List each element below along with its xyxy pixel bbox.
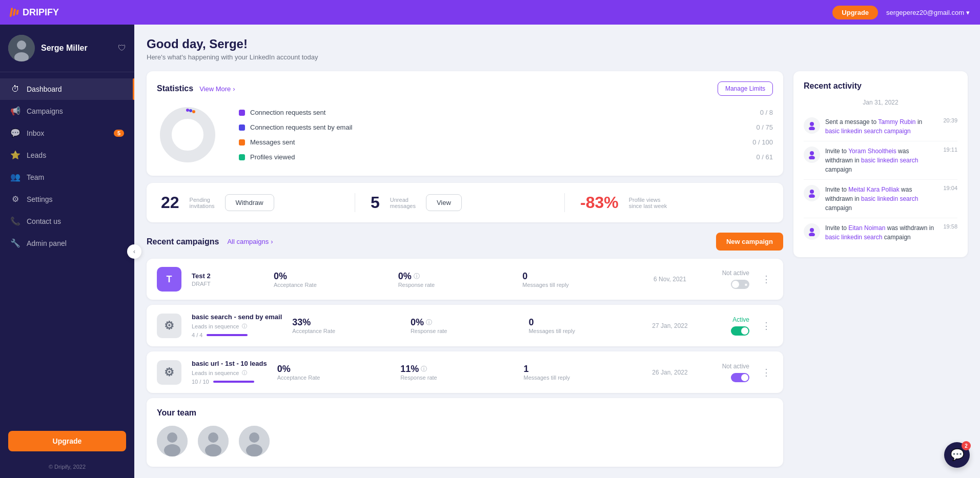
sidebar-nav: ⏱ Dashboard 📢 Campaigns 💬 Inbox 5 ⭐ Lead… [0, 72, 134, 423]
svg-point-1 [17, 40, 26, 50]
legend-item: Profiles viewed 0 / 61 [239, 153, 773, 161]
svg-point-17 [810, 122, 814, 126]
campaign-date: 6 Nov, 2021 [647, 276, 693, 283]
sidebar-collapse-button[interactable]: ‹ [127, 244, 141, 259]
view-more-text: View More [199, 85, 231, 93]
logo-text: DRIPIFY [23, 7, 59, 18]
user-email-dropdown[interactable]: sergeperez20@gmail.com ▾ [886, 9, 970, 16]
campaign-icon: ⚙ [157, 360, 181, 385]
activity-text: Invite to Yoram Shooltheis was withdrawn… [825, 147, 938, 174]
response-value: 0% [398, 271, 412, 282]
sidebar-item-campaigns[interactable]: 📢 Campaigns [0, 100, 134, 122]
svg-point-7 [192, 110, 195, 113]
leads-text: Leads in sequence [192, 370, 239, 376]
response-label: Response rate [398, 282, 513, 288]
campaigns-icon: 📢 [10, 106, 21, 116]
sidebar-item-label: Inbox [27, 129, 44, 137]
messages-label: Messages till reply [528, 328, 637, 334]
sidebar-item-label: Leads [27, 151, 46, 159]
activity-campaign-link[interactable]: basic linkedin search [861, 157, 918, 164]
logo: DRIPIFY [10, 7, 59, 18]
activity-text: Invite to Eitan Noiman was withdrawn in … [825, 223, 938, 242]
unread-label: Unreadmessages [390, 197, 416, 209]
all-campaigns-link[interactable]: All campaigns › [227, 238, 273, 245]
campaign-row: ⚙ basic search - send by email Leads in … [147, 305, 783, 346]
campaign-date: 26 Jan, 2022 [647, 369, 693, 376]
view-button[interactable]: View [426, 194, 462, 211]
sidebar-item-team[interactable]: 👥 Team [0, 166, 134, 188]
activity-time: 20:39 [943, 117, 957, 136]
svg-point-5 [186, 109, 189, 112]
statistics-card: Statistics View More › Manage Limits [147, 71, 783, 176]
main-layout: Serge Miller 🛡 ⏱ Dashboard 📢 Campaigns 💬… [0, 25, 980, 478]
activity-person-link[interactable]: Yoram Shooltheis [848, 148, 896, 155]
svg-point-20 [809, 156, 815, 159]
campaign-leads-row: Leads in sequence ⓘ [192, 369, 267, 377]
campaign-toggle[interactable] [731, 326, 749, 336]
acceptance-label: Acceptance Rate [277, 375, 390, 381]
activity-campaign-link[interactable]: basic linkedin search campaign [825, 128, 911, 135]
messages-value: 0 [522, 271, 637, 282]
new-campaign-button[interactable]: New campaign [716, 233, 783, 251]
campaign-toggle[interactable]: ■ [731, 280, 749, 289]
logo-icon [10, 8, 18, 17]
campaign-acceptance: 0% Acceptance Rate [277, 364, 390, 381]
info-icon: ⓘ [426, 318, 432, 327]
chevron-right-campaigns-icon: › [271, 238, 273, 245]
sidebar-item-inbox[interactable]: 💬 Inbox 5 [0, 122, 134, 144]
stats-title-row: Statistics View More › [157, 84, 235, 93]
svg-point-21 [810, 190, 814, 194]
campaign-row: ⚙ basic url - 1st - 10 leads Leads in se… [147, 351, 783, 393]
legend-item: Connection requests sent by email 0 / 75 [239, 123, 773, 131]
legend-value: 0 / 8 [760, 109, 773, 116]
activity-person-link[interactable]: Eitan Noiman [848, 224, 885, 232]
activity-person-link[interactable]: Meital Kara Polliak [848, 186, 899, 193]
stats-legend: Connection requests sent 0 / 8 Connectio… [239, 109, 773, 161]
team-avatars [157, 426, 773, 456]
campaigns-title-row: Recent campaigns All campaigns › [147, 237, 273, 246]
campaigns-section: Recent campaigns All campaigns › New cam… [147, 233, 783, 393]
dashboard-icon: ⏱ [10, 85, 21, 94]
withdraw-button[interactable]: Withdraw [225, 194, 274, 211]
campaign-response: 0% ⓘ Response rate [411, 317, 519, 334]
stat-pending: 22 Pendinginvitations Withdraw [161, 193, 350, 212]
activity-campaign-link[interactable]: basic linkedin search [825, 234, 882, 241]
svg-point-13 [205, 444, 221, 456]
campaign-info: Test 2 DRAFT [192, 272, 263, 287]
campaign-more-menu[interactable]: ⋮ [760, 365, 773, 380]
campaign-more-menu[interactable]: ⋮ [760, 318, 773, 334]
sidebar-item-contact[interactable]: 📞 Contact us [0, 210, 134, 232]
unread-number: 5 [371, 193, 380, 212]
activity-campaign-link[interactable]: basic linkedin search [861, 195, 918, 202]
unread-label-wrap: Unreadmessages [390, 197, 416, 209]
profile-views-label: Profile viewssince last week [629, 197, 667, 209]
sidebar-item-leads[interactable]: ⭐ Leads [0, 144, 134, 166]
sidebar-item-dashboard[interactable]: ⏱ Dashboard [0, 78, 134, 100]
leads-icon: ⭐ [10, 150, 21, 160]
view-more-link[interactable]: View More › [199, 85, 235, 93]
legend-label: Connection requests sent [250, 109, 755, 116]
toggle-off-icon: ■ [745, 282, 747, 287]
upgrade-button-top[interactable]: Upgrade [832, 6, 878, 19]
admin-icon: 🔧 [10, 238, 21, 248]
activity-person-icon [804, 223, 820, 240]
activity-person-link[interactable]: Tammy Rubin [878, 118, 915, 126]
campaign-more-menu[interactable]: ⋮ [760, 272, 773, 287]
sidebar-item-settings[interactable]: ⚙ Settings [0, 188, 134, 210]
page-title: Good day, Serge! [147, 37, 968, 51]
svg-point-10 [164, 444, 180, 456]
svg-point-16 [246, 444, 262, 456]
upgrade-button-sidebar[interactable]: Upgrade [8, 431, 126, 451]
leads-info-icon: ⓘ [242, 323, 247, 330]
team-title: Your team [157, 408, 196, 417]
sidebar-item-admin[interactable]: 🔧 Admin panel [0, 232, 134, 254]
legend-value: 0 / 100 [752, 138, 773, 146]
manage-limits-button[interactable]: Manage Limits [718, 81, 773, 96]
toggle-wrap: ■ [703, 280, 749, 289]
chevron-right-icon: › [233, 85, 235, 93]
activity-card: Recent activity Jan 31, 2022 Sent a mess… [793, 71, 968, 257]
campaign-toggle[interactable] [731, 373, 749, 382]
svg-point-18 [809, 127, 815, 130]
user-email-text: sergeperez20@gmail.com [886, 9, 964, 16]
chat-bubble[interactable]: 💬 2 [944, 442, 970, 468]
